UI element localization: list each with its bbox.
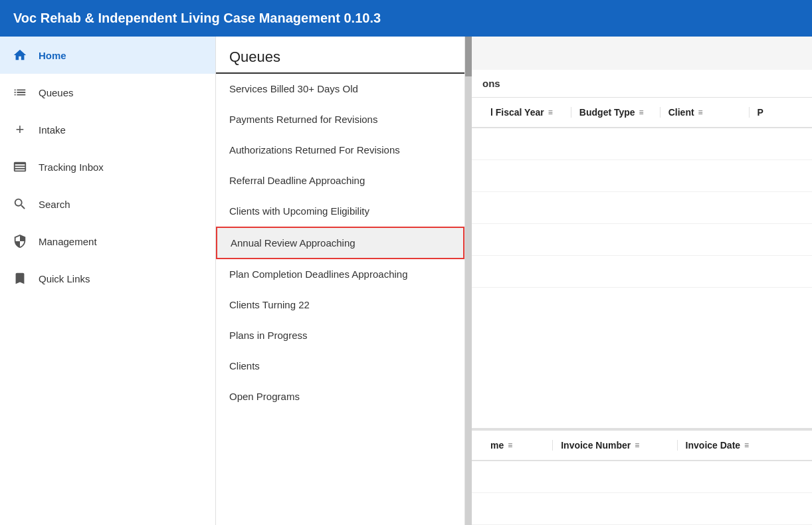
management-icon xyxy=(11,232,29,251)
top-table-body xyxy=(472,128,812,428)
top-table-header: l Fiscal Year ≡ Budget Type ≡ Client ≡ P xyxy=(472,98,812,128)
col-invoice-date: Invoice Date ≡ xyxy=(678,440,801,451)
intake-icon: + xyxy=(11,120,29,139)
sidebar-label-quick-links: Quick Links xyxy=(39,273,90,284)
sidebar-label-management: Management xyxy=(39,236,97,247)
queue-item-clients-turning-22[interactable]: Clients Turning 22 xyxy=(216,290,464,320)
sidebar-item-management[interactable]: Management xyxy=(0,223,215,260)
filter-icon-invoice-number[interactable]: ≡ xyxy=(635,441,639,450)
table-row xyxy=(472,192,812,224)
search-icon xyxy=(11,195,29,213)
sidebar-item-queues[interactable]: Queues xyxy=(0,74,215,111)
table-row xyxy=(472,461,812,493)
tracking-inbox-icon xyxy=(11,158,29,176)
content-top-bar xyxy=(472,37,812,70)
queue-item-clients[interactable]: Clients xyxy=(216,351,464,381)
queues-icon xyxy=(11,83,29,102)
filter-icon-invoice-date[interactable]: ≡ xyxy=(744,441,749,450)
queues-panel: Queues Services Billed 30+ Days Old Paym… xyxy=(216,37,465,525)
bottom-table-header: me ≡ Invoice Number ≡ Invoice Date ≡ xyxy=(472,431,812,461)
col-budget-type: Budget Type ≡ xyxy=(571,107,660,118)
queues-scroll-thumb[interactable] xyxy=(465,37,472,76)
sidebar-label-search: Search xyxy=(39,199,70,210)
queue-item-authorizations-returned[interactable]: Authorizations Returned For Revisions xyxy=(216,135,464,165)
col-client: Client ≡ xyxy=(660,107,750,118)
filter-icon-fiscal-year[interactable]: ≡ xyxy=(548,108,553,117)
queue-item-annual-review[interactable]: Annual Review Approaching xyxy=(216,227,464,259)
queue-item-clients-upcoming-eligibility[interactable]: Clients with Upcoming Eligibility xyxy=(216,196,464,227)
app-title: Voc Rehab & Independent Living Case Mana… xyxy=(13,11,381,25)
filter-icon-me[interactable]: ≡ xyxy=(508,441,512,450)
sidebar: Home Queues + Intake Tracking Inbox xyxy=(0,37,216,525)
col-fiscal-year: l Fiscal Year ≡ xyxy=(482,107,571,118)
queues-list: Services Billed 30+ Days Old Payments Re… xyxy=(216,74,464,525)
col-invoice-number: Invoice Number ≡ xyxy=(553,440,677,451)
sidebar-item-intake[interactable]: + Intake xyxy=(0,111,215,148)
queues-title: Queues xyxy=(216,37,464,74)
app-header: Voc Rehab & Independent Living Case Mana… xyxy=(0,0,812,37)
queue-item-plans-in-progress[interactable]: Plans in Progress xyxy=(216,320,464,351)
table-row xyxy=(472,128,812,160)
sidebar-item-search[interactable]: Search xyxy=(0,185,215,223)
bottom-table-section: me ≡ Invoice Number ≡ Invoice Date ≡ xyxy=(472,429,812,525)
queue-item-open-programs[interactable]: Open Programs xyxy=(216,381,464,412)
table-row xyxy=(472,256,812,288)
quick-links-icon xyxy=(11,269,29,288)
sidebar-label-home: Home xyxy=(39,50,66,61)
sidebar-label-queues: Queues xyxy=(39,87,74,98)
queue-item-referral-deadline[interactable]: Referral Deadline Approaching xyxy=(216,165,464,196)
filter-icon-client[interactable]: ≡ xyxy=(698,108,703,117)
queue-item-payments-returned[interactable]: Payments Returned for Revisions xyxy=(216,104,464,135)
table-row xyxy=(472,493,812,525)
sidebar-item-quick-links[interactable]: Quick Links xyxy=(0,260,215,297)
filter-icon-budget-type[interactable]: ≡ xyxy=(639,108,644,117)
sidebar-item-tracking-inbox[interactable]: Tracking Inbox xyxy=(0,148,215,185)
col-p: P xyxy=(750,107,801,118)
table-row xyxy=(472,224,812,256)
home-icon xyxy=(11,46,29,64)
col-me: me ≡ xyxy=(482,440,553,451)
content-area: ons l Fiscal Year ≡ Budget Type ≡ Client… xyxy=(472,37,812,525)
queue-item-plan-completion[interactable]: Plan Completion Deadlines Approaching xyxy=(216,259,464,290)
queue-item-services-billed[interactable]: Services Billed 30+ Days Old xyxy=(216,74,464,104)
table-row xyxy=(472,160,812,192)
top-section-label: ons xyxy=(472,70,812,98)
sidebar-item-home[interactable]: Home xyxy=(0,37,215,74)
sidebar-label-tracking-inbox: Tracking Inbox xyxy=(39,161,104,173)
sidebar-label-intake: Intake xyxy=(39,124,66,136)
queues-scrollbar[interactable] xyxy=(465,37,472,525)
